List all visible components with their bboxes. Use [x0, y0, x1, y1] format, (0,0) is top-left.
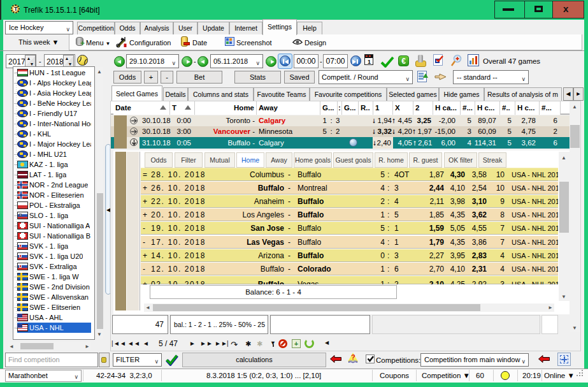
svg-text:?: ? — [351, 353, 355, 361]
